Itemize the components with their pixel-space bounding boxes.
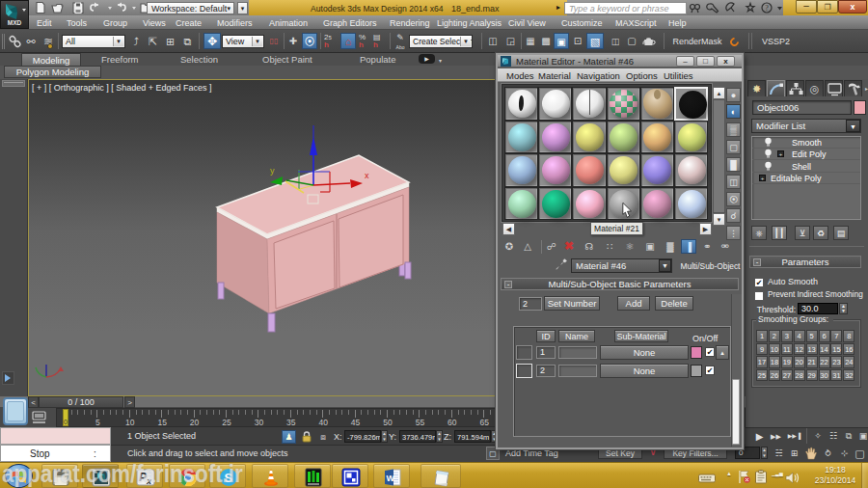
svg-text:?: ?	[765, 4, 769, 13]
svg-text:x: x	[365, 171, 369, 180]
svg-text:W: W	[387, 474, 395, 483]
svg-text:y: y	[270, 166, 275, 176]
